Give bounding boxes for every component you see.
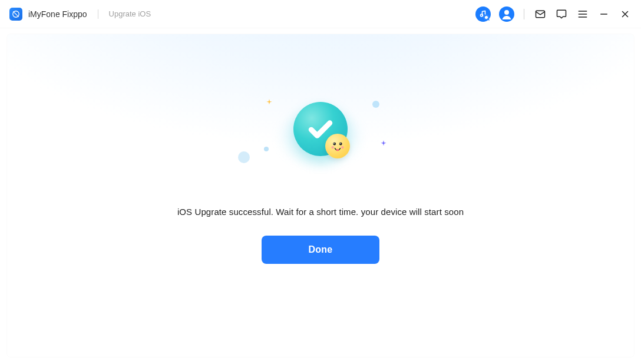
sparkle-icon (265, 98, 273, 107)
menu-icon[interactable] (576, 8, 589, 21)
bubble-icon (238, 151, 250, 163)
content-area: iOS Upgrate successful. Wait for a short… (0, 28, 641, 364)
svg-point-8 (339, 143, 342, 145)
bubble-icon (264, 147, 269, 151)
mail-icon[interactable] (534, 8, 547, 21)
bubble-icon (372, 101, 379, 108)
app-logo-icon (9, 8, 22, 21)
status-message: iOS Upgrate successful. Wait for a short… (177, 207, 464, 217)
titlebar-left: iMyFone Fixppo Upgrate iOS (9, 8, 151, 21)
divider (98, 9, 98, 19)
chat-icon[interactable] (555, 8, 568, 21)
app-window: iMyFone Fixppo Upgrate iOS (0, 0, 641, 364)
done-button[interactable]: Done (262, 236, 379, 264)
success-illustration (267, 102, 374, 178)
sparkle-icon (379, 140, 388, 148)
app-title: iMyFone Fixppo (28, 9, 87, 19)
minimize-button[interactable] (597, 8, 610, 21)
close-button[interactable] (619, 8, 632, 21)
titlebar: iMyFone Fixppo Upgrate iOS (0, 0, 641, 28)
svg-point-9 (333, 143, 335, 144)
svg-point-11 (332, 146, 335, 149)
titlebar-right (475, 6, 632, 22)
music-icon[interactable] (475, 6, 491, 22)
divider (524, 9, 524, 19)
main-panel: iOS Upgrate successful. Wait for a short… (7, 34, 634, 357)
svg-point-13 (336, 149, 339, 151)
breadcrumb: Upgrate iOS (109, 9, 151, 18)
account-icon[interactable] (499, 6, 514, 22)
smiley-icon (325, 134, 350, 158)
svg-point-10 (340, 143, 341, 144)
svg-point-12 (341, 146, 344, 149)
svg-point-5 (504, 10, 509, 15)
svg-point-7 (333, 143, 336, 145)
